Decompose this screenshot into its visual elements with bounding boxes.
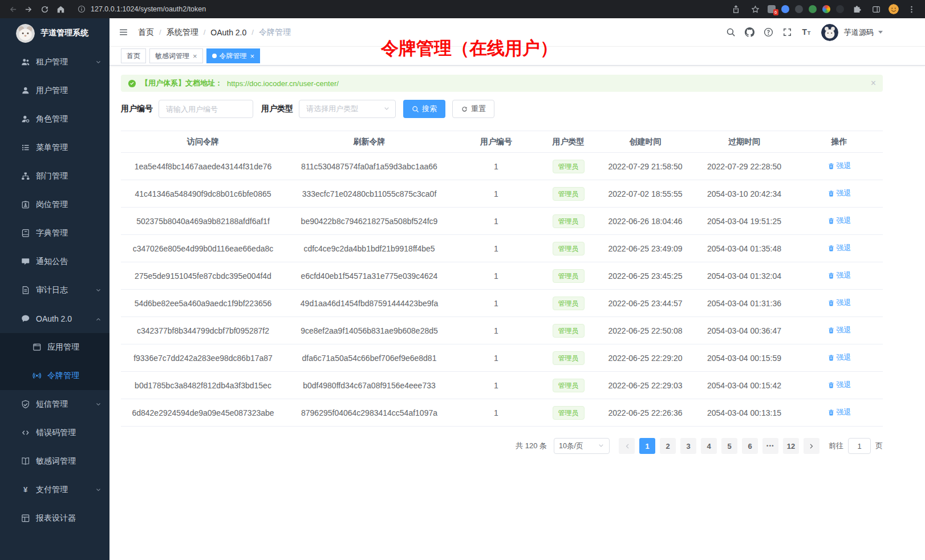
sidebar-item-user[interactable]: 用户管理 <box>0 76 109 105</box>
breadcrumb-item[interactable]: 系统管理 <box>167 27 198 38</box>
site-info-icon[interactable] <box>78 5 86 13</box>
sidebar-item-error-code[interactable]: 错误码管理 <box>0 419 109 447</box>
app-window-icon <box>32 343 42 352</box>
force-logout-button[interactable]: 强退 <box>827 216 851 226</box>
user-type-badge: 管理员 <box>553 214 585 228</box>
github-icon[interactable] <box>745 27 754 37</box>
share-icon[interactable] <box>729 2 743 16</box>
tab-sensitive-word[interactable]: 敏感词管理× <box>149 48 203 63</box>
goto-page-input[interactable] <box>848 438 871 454</box>
sidebar-toggle-icon[interactable] <box>119 27 128 37</box>
extension-icon[interactable] <box>795 5 803 13</box>
user-type-select[interactable]: 请选择用户类型 <box>299 100 396 118</box>
sidebar-item-role[interactable]: 角色管理 <box>0 105 109 133</box>
breadcrumb-item[interactable]: OAuth 2.0 <box>210 28 246 37</box>
sidebar-item-tenant[interactable]: 租户管理 <box>0 48 109 76</box>
home-icon[interactable] <box>54 2 67 16</box>
force-logout-label: 强退 <box>837 216 851 226</box>
url-text: 127.0.0.1:1024/system/oauth2/token <box>91 5 206 13</box>
page-ellipsis-button[interactable]: ••• <box>762 438 778 454</box>
force-logout-label: 强退 <box>837 243 851 253</box>
close-tab-icon[interactable]: × <box>250 52 255 60</box>
page-button-3[interactable]: 3 <box>680 438 696 454</box>
side-panel-icon[interactable] <box>869 2 883 16</box>
svg-text:T: T <box>802 27 808 36</box>
extension-icon[interactable]: 6 <box>768 5 776 13</box>
close-tab-icon[interactable]: × <box>193 52 197 60</box>
user-id-label: 用户编号 <box>121 104 153 114</box>
user-type-cell: 管理员 <box>539 262 598 290</box>
column-header: 操作 <box>796 131 883 153</box>
breadcrumb-item[interactable]: 首页 <box>138 27 154 38</box>
force-logout-button[interactable]: 强退 <box>827 161 851 171</box>
next-page-button[interactable] <box>804 438 819 454</box>
sidebar-item-dict[interactable]: 字典管理 <box>0 219 109 247</box>
sidebar-item-menu[interactable]: 菜单管理 <box>0 133 109 162</box>
force-logout-button[interactable]: 强退 <box>827 188 851 198</box>
page-button-4[interactable]: 4 <box>701 438 717 454</box>
sidebar-item-oauth2[interactable]: OAuth 2.0 <box>0 305 109 333</box>
sidebar-item-sensitive-word[interactable]: 敏感词管理 <box>0 447 109 476</box>
sidebar-item-post[interactable]: 岗位管理 <box>0 190 109 219</box>
sidebar-item-sms[interactable]: 短信管理 <box>0 390 109 419</box>
help-icon[interactable] <box>764 27 773 37</box>
search-button[interactable]: 搜索 <box>403 100 445 118</box>
font-size-icon[interactable]: TT <box>801 27 811 37</box>
extensions-puzzle-icon[interactable] <box>850 2 863 16</box>
force-logout-button[interactable]: 强退 <box>827 352 851 363</box>
page-unit-label: 页 <box>875 441 883 451</box>
force-logout-button[interactable]: 强退 <box>827 243 851 253</box>
force-logout-button[interactable]: 强退 <box>827 380 851 390</box>
page-button-6[interactable]: 6 <box>742 438 758 454</box>
sidebar-item-label: 用户管理 <box>36 86 68 96</box>
user-avatar[interactable] <box>821 24 838 41</box>
extension-icon[interactable] <box>781 5 789 13</box>
sidebar-item-dept[interactable]: 部门管理 <box>0 162 109 190</box>
prev-page-button[interactable] <box>619 438 635 454</box>
browser-menu-icon[interactable] <box>904 2 918 16</box>
page-button-5[interactable]: 5 <box>721 438 737 454</box>
svg-text:¥: ¥ <box>23 485 28 494</box>
close-alert-icon[interactable]: × <box>871 79 876 88</box>
force-logout-button[interactable]: 强退 <box>827 298 851 308</box>
sidebar-item-notice[interactable]: 通知公告 <box>0 247 109 276</box>
page-size-select[interactable]: 10条/页 <box>554 438 610 454</box>
extension-icon[interactable] <box>822 5 830 13</box>
page-button-1[interactable]: 1 <box>639 438 655 454</box>
user-id-input[interactable] <box>159 100 253 118</box>
force-logout-button[interactable]: 强退 <box>827 407 851 417</box>
sidebar-item-report-designer[interactable]: 报表设计器 <box>0 504 109 533</box>
tab-home[interactable]: 首页 <box>121 48 146 63</box>
address-bar[interactable]: 127.0.0.1:1024/system/oauth2/token <box>70 5 727 13</box>
payment-yen-icon: ¥ <box>21 485 30 494</box>
bookmark-star-icon[interactable] <box>748 2 762 16</box>
page-button-12[interactable]: 12 <box>783 438 799 454</box>
force-logout-label: 强退 <box>837 380 851 390</box>
column-header: 用户类型 <box>539 131 598 153</box>
username[interactable]: 芋道源码 <box>844 27 874 38</box>
force-logout-button[interactable]: 强退 <box>827 270 851 281</box>
access-token-cell: 275e5de9151045fe87cbdc395e004f4d <box>121 262 285 290</box>
sidebar-item-oauth2-application[interactable]: 应用管理 <box>0 333 109 362</box>
dictionary-icon <box>21 229 30 238</box>
user-type-cell: 管理员 <box>539 317 598 344</box>
tab-token[interactable]: 令牌管理× <box>206 48 261 63</box>
force-logout-button[interactable]: 强退 <box>827 325 851 335</box>
forward-icon[interactable] <box>22 2 35 16</box>
reset-button[interactable]: 重置 <box>452 100 494 118</box>
page-button-2[interactable]: 2 <box>660 438 676 454</box>
sidebar-item-pay[interactable]: ¥支付管理 <box>0 476 109 504</box>
user-type-badge: 管理员 <box>553 406 585 420</box>
extension-icon[interactable] <box>809 5 817 13</box>
extension-icon[interactable] <box>836 5 844 13</box>
reload-icon[interactable] <box>38 2 51 16</box>
table-row: c347026e805e4d99b0d116eae66eda8ccdfc4ce9… <box>121 235 883 262</box>
fullscreen-icon[interactable] <box>782 27 792 37</box>
doc-link[interactable]: https://doc.iocoder.cn/user-center/ <box>227 79 339 88</box>
refresh-token-cell: cdfc4ce9c2da4bb1bdf21b9918ff4be5 <box>285 235 453 262</box>
browser-profile-avatar[interactable] <box>889 4 899 14</box>
back-icon[interactable] <box>6 2 19 16</box>
sidebar-item-oauth2-token[interactable]: 令牌管理 <box>0 362 109 390</box>
search-icon[interactable] <box>726 27 736 37</box>
sidebar-item-audit-log[interactable]: 审计日志 <box>0 276 109 305</box>
